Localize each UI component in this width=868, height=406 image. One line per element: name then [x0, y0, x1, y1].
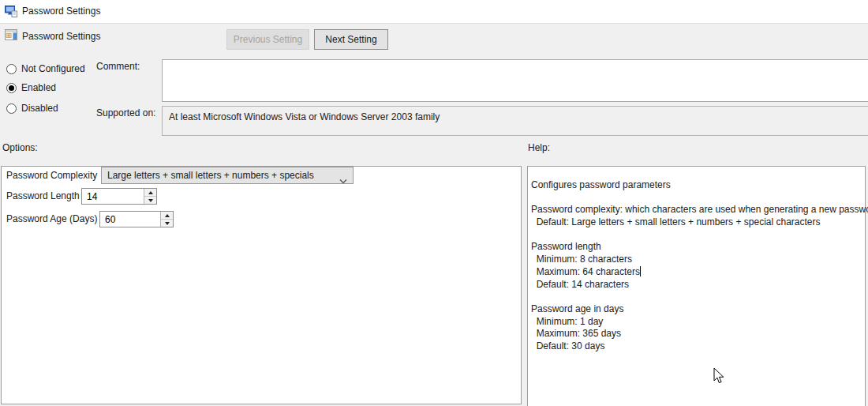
comment-label: Comment: — [96, 61, 140, 72]
help-line — [531, 291, 862, 303]
password-complexity-dropdown[interactable]: Large letters + small letters + numbers … — [101, 167, 354, 184]
password-length-input[interactable] — [82, 189, 144, 204]
triangle-down-icon — [148, 199, 153, 202]
password-age-spinner — [99, 211, 174, 227]
password-age-input[interactable] — [100, 212, 160, 227]
password-length-spinner — [81, 188, 157, 205]
help-line: Password complexity: which characters ar… — [531, 204, 862, 216]
password-settings-dialog: Password Settings Password Settings Prev… — [0, 0, 868, 406]
radio-not-configured-label: Not Configured — [21, 63, 85, 74]
supported-on-box: At least Microsoft Windows Vista or Wind… — [162, 106, 868, 136]
help-line: Default: 14 characters — [531, 279, 862, 291]
mouse-cursor-icon — [713, 367, 725, 387]
help-text: Configures password parameters Password … — [531, 179, 862, 353]
comment-input[interactable] — [162, 59, 868, 102]
help-line — [531, 229, 862, 242]
radio-circle-disabled[interactable] — [6, 103, 17, 114]
radio-disabled-label: Disabled — [21, 103, 58, 114]
triangle-down-icon — [165, 222, 170, 225]
help-line — [531, 192, 862, 205]
setting-title: Password Settings — [22, 31, 100, 42]
help-line: Minimum: 1 day — [531, 316, 862, 329]
spinner-buttons — [144, 189, 156, 204]
help-line: Default: 30 days — [531, 340, 862, 353]
password-complexity-value: Large letters + small letters + numbers … — [107, 170, 314, 181]
help-line: Password length — [531, 241, 862, 254]
spin-up-button[interactable] — [144, 189, 156, 197]
radio-circle-enabled[interactable] — [6, 83, 17, 93]
options-heading: Options: — [2, 142, 38, 153]
group-policy-editor-icon — [4, 4, 18, 18]
next-setting-button[interactable]: Next Setting — [314, 29, 388, 50]
window-title: Password Settings — [22, 6, 100, 17]
options-panel — [1, 166, 522, 404]
previous-setting-button[interactable]: Previous Setting — [226, 29, 309, 50]
radio-disabled[interactable]: Disabled — [6, 102, 58, 115]
help-line: Default: Large letters + small letters +… — [531, 216, 862, 229]
radio-enabled-label: Enabled — [21, 82, 56, 93]
radio-circle-not-configured[interactable] — [6, 64, 17, 74]
help-line: Configures password parameters — [531, 179, 862, 192]
radio-not-configured[interactable]: Not Configured — [6, 62, 85, 75]
password-complexity-label: Password Complexity — [6, 170, 97, 181]
radio-enabled[interactable]: Enabled — [6, 81, 56, 94]
help-line: Maximum: 365 days — [531, 328, 862, 340]
help-line: Maximum: 64 characters — [531, 266, 862, 279]
spin-up-button[interactable] — [161, 212, 173, 220]
help-line-text: Maximum: 64 characters — [531, 266, 640, 277]
spin-down-button[interactable] — [144, 197, 156, 204]
chevron-down-icon — [339, 173, 347, 189]
window-titlebar: Password Settings — [0, 0, 868, 24]
supported-on-label: Supported on: — [96, 107, 155, 118]
help-line: Minimum: 8 characters — [531, 254, 862, 266]
password-age-label: Password Age (Days) — [6, 213, 97, 224]
help-heading: Help: — [528, 142, 550, 153]
text-caret — [640, 266, 641, 276]
policy-setting-icon — [5, 28, 17, 41]
password-length-label: Password Length — [6, 190, 80, 201]
help-line: Password age in days — [531, 303, 862, 316]
triangle-up-icon — [148, 191, 153, 194]
spin-down-button[interactable] — [161, 220, 173, 227]
spinner-buttons — [160, 212, 173, 227]
triangle-up-icon — [165, 214, 170, 217]
